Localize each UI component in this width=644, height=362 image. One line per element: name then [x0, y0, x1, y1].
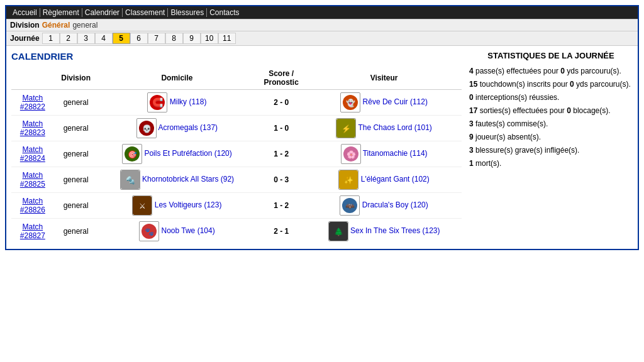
away-icon: 🦇: [340, 195, 360, 216]
journee-tab-7[interactable]: 7: [148, 33, 165, 44]
match-away: 👻 Rêve De Cuir (112): [306, 90, 462, 116]
journee-tab-4[interactable]: 4: [95, 33, 113, 44]
stats-line: 3 fautes(s) commise(s).: [469, 118, 633, 129]
match-score: 2 - 1: [256, 219, 306, 244]
away-icon: 🌸: [341, 144, 361, 164]
calendar-title: CALENDRIER: [11, 51, 462, 62]
home-team-link[interactable]: Poils Et Putréfaction (120): [144, 149, 231, 158]
svg-text:🎯: 🎯: [128, 150, 137, 159]
match-score: 2 - 0: [256, 90, 306, 116]
svg-text:🌸: 🌸: [346, 150, 355, 159]
table-row: Match#28822 general 🧲 Milky (118) 2 - 0 …: [11, 90, 462, 116]
match-division: general: [54, 90, 98, 116]
journee-tab-5[interactable]: 5: [113, 33, 130, 44]
match-home: 🎯 Poils Et Putréfaction (120): [98, 141, 256, 167]
match-link[interactable]: Match#28827: [20, 222, 45, 240]
stats-line: 17 sorties(s) effectuées pour 0 blocage(…: [469, 105, 633, 116]
home-team-link[interactable]: Les Voltigeurs (123): [155, 200, 222, 209]
away-icon: ✨: [338, 170, 358, 190]
svg-text:🔩: 🔩: [125, 175, 135, 185]
svg-text:✨: ✨: [344, 175, 353, 185]
journee-tab-3[interactable]: 3: [77, 33, 95, 44]
match-division: general: [54, 219, 98, 244]
match-home: 🔩 Khornotobrick All Stars (92): [98, 167, 256, 193]
svg-text:🦇: 🦇: [345, 201, 355, 211]
journee-tab-2[interactable]: 2: [60, 33, 77, 44]
match-link[interactable]: Match#28824: [20, 145, 45, 163]
svg-text:💀: 💀: [142, 124, 151, 133]
stats-lines: 4 passe(s) effectuées pour 0 yds parcour…: [469, 65, 633, 169]
match-score: 1 - 0: [256, 116, 306, 141]
journee-tab-9[interactable]: 9: [183, 33, 201, 44]
nav-blessures[interactable]: Blessures: [168, 8, 207, 17]
home-icon: 🎯: [122, 144, 142, 164]
away-team-link[interactable]: Dracula's Boy (120): [362, 200, 428, 209]
home-team-link[interactable]: Khornotobrick All Stars (92): [142, 175, 234, 184]
division-label: Division: [10, 21, 40, 30]
stats-section: STATISTIQUES DE LA JOURNÉE 4 passe(s) ef…: [469, 51, 633, 244]
svg-text:👻: 👻: [346, 98, 355, 107]
table-row: Match#28823 general 💀 Acromegals (137) 1…: [11, 116, 462, 141]
match-division: general: [54, 141, 98, 167]
table-row: Match#28825 general 🔩 Khornotobrick All …: [11, 167, 462, 193]
away-icon: ⚡: [336, 118, 356, 138]
away-team-link[interactable]: The Chaos Lord (101): [358, 123, 431, 132]
away-team-link[interactable]: Titanomachie (114): [363, 149, 428, 158]
nav-contacts[interactable]: Contacts: [207, 8, 242, 17]
away-icon: 🌲: [328, 221, 348, 241]
nav-calendrier[interactable]: Calendrier: [82, 8, 123, 17]
col-header-domicile: Domicile: [98, 67, 256, 90]
col-header-visiteur: Visiteur: [306, 67, 462, 90]
division-value: general: [72, 21, 97, 30]
match-link[interactable]: Match#28822: [20, 94, 45, 111]
table-row: Match#28827 general 🐾 Noob Twe (104) 2 -…: [11, 219, 462, 244]
nav-classement[interactable]: Classement: [123, 8, 168, 17]
match-away: 🌲 Sex In The Six Trees (123): [306, 219, 462, 244]
match-away: ✨ L'élégant Gant (102): [306, 167, 462, 193]
home-team-link[interactable]: Noob Twe (104): [161, 226, 214, 235]
match-away: ⚡ The Chaos Lord (101): [306, 116, 462, 141]
home-team-link[interactable]: Milky (118): [170, 97, 207, 106]
away-team-link[interactable]: Sex In The Six Trees (123): [350, 226, 440, 235]
away-team-link[interactable]: Rêve De Cuir (112): [363, 97, 428, 106]
nav-accueil[interactable]: Accueil: [10, 8, 40, 17]
match-link[interactable]: Match#28825: [20, 171, 45, 189]
journee-bar: Journée 1 2 3 4 5 6 7 8 9 10 11: [6, 31, 638, 46]
match-division: general: [54, 116, 98, 141]
stats-line: 4 passe(s) effectuées pour 0 yds parcour…: [469, 65, 633, 77]
match-link[interactable]: Match#28823: [20, 119, 45, 137]
stats-line: 9 joueur(s) absent(s).: [469, 131, 633, 143]
home-icon: ⚔: [132, 195, 152, 216]
journee-label: Journée: [10, 34, 40, 43]
col-header-score: Score / Pronostic: [256, 67, 306, 90]
match-division: general: [54, 167, 98, 193]
journee-tab-10[interactable]: 10: [201, 33, 218, 44]
home-icon: 🔩: [120, 170, 140, 190]
match-home: ⚔ Les Voltigeurs (123): [98, 193, 256, 219]
match-division: general: [54, 193, 98, 219]
home-team-link[interactable]: Acromegals (137): [158, 123, 218, 132]
svg-text:🧲: 🧲: [152, 97, 164, 108]
away-team-link[interactable]: L'élégant Gant (102): [361, 175, 430, 184]
svg-text:🐾: 🐾: [145, 227, 154, 236]
svg-text:⚡: ⚡: [341, 124, 351, 133]
stats-title: STATISTIQUES DE LA JOURNÉE: [469, 51, 633, 60]
journee-tab-6[interactable]: 6: [130, 33, 148, 44]
match-score: 1 - 2: [256, 193, 306, 219]
journee-tab-8[interactable]: 8: [165, 33, 183, 44]
match-home: 🐾 Noob Twe (104): [98, 219, 256, 244]
main-content: CALENDRIER Division Domicile Score / Pro…: [6, 46, 638, 249]
svg-text:⚔: ⚔: [139, 202, 146, 211]
top-navigation: Accueil Règlement Calendrier Classement …: [6, 6, 638, 19]
journee-tab-11[interactable]: 11: [218, 33, 236, 44]
match-link[interactable]: Match#28826: [20, 197, 45, 214]
table-row: Match#28824 general 🎯 Poils Et Putréfact…: [11, 141, 462, 167]
journee-tab-1[interactable]: 1: [42, 33, 60, 44]
col-header-match: [11, 67, 54, 90]
division-general: Général: [42, 21, 70, 30]
match-away: 🌸 Titanomachie (114): [306, 141, 462, 167]
home-icon: 💀: [136, 118, 157, 138]
stats-line: 3 blessure(s) grave(s) infligée(s).: [469, 145, 633, 156]
nav-reglement[interactable]: Règlement: [40, 8, 82, 17]
match-score: 0 - 3: [256, 167, 306, 193]
